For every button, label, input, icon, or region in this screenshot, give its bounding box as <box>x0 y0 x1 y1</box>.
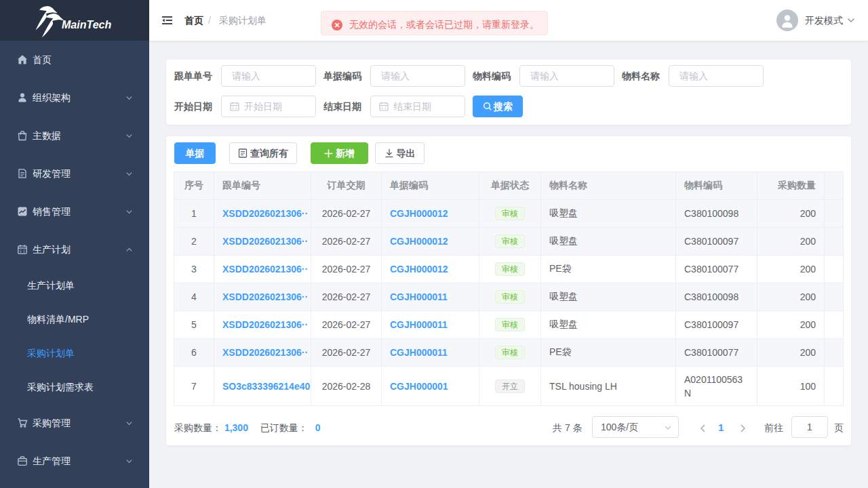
svg-text:MainTech: MainTech <box>62 19 111 30</box>
